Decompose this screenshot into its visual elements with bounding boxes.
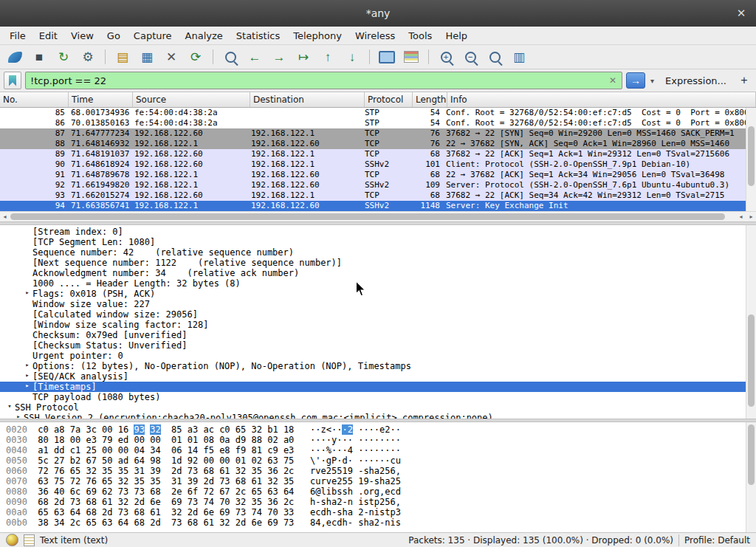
hex-byte[interactable]: 92: [188, 455, 198, 466]
ascii-char[interactable]: ·: [348, 435, 353, 445]
ascii-char[interactable]: -: [342, 497, 347, 507]
ascii-char[interactable]: ·: [374, 445, 379, 455]
hex-byte[interactable]: 64: [134, 455, 144, 466]
ascii-char[interactable]: ·: [369, 435, 374, 445]
hex-byte[interactable]: 65: [236, 424, 246, 435]
hex-row-00a0[interactable]: 00a0 65 63 64 68 2d 73 68 61 32 2d 6e 69…: [6, 507, 746, 517]
hex-byte[interactable]: 18: [54, 435, 64, 445]
hex-byte[interactable]: 68: [38, 497, 48, 507]
hex-byte[interactable]: 7a: [70, 424, 80, 435]
packet-row-89[interactable]: 8971.648191037192.168.122.60192.168.122.…: [0, 149, 746, 159]
hex-byte[interactable]: 50: [102, 455, 112, 466]
ascii-char[interactable]: 2: [374, 517, 379, 528]
ascii-char[interactable]: ·: [391, 424, 396, 435]
hex-byte[interactable]: c9: [267, 445, 278, 455]
hex-byte[interactable]: 68: [134, 507, 144, 517]
hex-byte[interactable]: 63: [267, 486, 278, 497]
hex-byte[interactable]: 2d: [203, 476, 213, 486]
hex-byte[interactable]: 64: [118, 517, 128, 528]
hex-byte[interactable]: 74: [252, 507, 262, 517]
detail-line[interactable]: ▸[SEQ/ACK analysis]: [0, 371, 746, 382]
hex-byte[interactable]: 35: [252, 497, 262, 507]
hex-byte[interactable]: 65: [38, 507, 48, 517]
filter-clear-button[interactable]: ✕: [607, 75, 619, 86]
hex-byte[interactable]: 75: [284, 455, 294, 466]
ascii-char[interactable]: h: [342, 507, 347, 517]
menu-item-capture[interactable]: Capture: [127, 28, 179, 44]
hex-byte[interactable]: 33: [284, 507, 294, 517]
hex-byte[interactable]: 00: [203, 455, 213, 466]
start-capture-button[interactable]: [4, 47, 26, 66]
menu-item-analyze[interactable]: Analyze: [179, 28, 230, 44]
ascii-char[interactable]: ·: [321, 435, 326, 445]
detail-line[interactable]: ▸SSH Version 2 (encryption:chacha20-poly…: [0, 413, 746, 419]
capture-comment-icon[interactable]: [24, 534, 35, 546]
save-file-button[interactable]: ▦: [136, 47, 158, 66]
detail-line[interactable]: [Stream index: 0]: [0, 227, 746, 237]
detail-line[interactable]: Checksum: 0x79ed [unverified]: [0, 330, 746, 340]
ascii-char[interactable]: g: [374, 486, 379, 497]
column-header-info[interactable]: Info: [447, 92, 756, 107]
hex-byte[interactable]: 68: [236, 476, 246, 486]
ascii-char[interactable]: ·: [391, 435, 396, 445]
hex-row-0080[interactable]: 0080 36 40 6c 69 62 73 73 68 2e 6f 72 67…: [6, 486, 746, 497]
ascii-char[interactable]: h: [342, 517, 347, 528]
hex-byte[interactable]: 14: [188, 445, 198, 455]
hex-byte[interactable]: 01: [236, 455, 246, 466]
detail-line[interactable]: ▸[Timestamps]: [0, 382, 746, 392]
hex-byte[interactable]: 00: [150, 435, 160, 445]
packet-row-94[interactable]: 9471.663856741192.168.122.1192.168.122.6…: [0, 201, 746, 211]
ascii-char[interactable]: ·: [363, 435, 368, 445]
ascii-char[interactable]: ·: [326, 435, 331, 445]
scroll-left-icon[interactable]: ◂: [736, 213, 746, 220]
hex-byte[interactable]: 00: [118, 445, 128, 455]
ascii-char[interactable]: 3: [396, 507, 401, 517]
expression-link[interactable]: Expression...: [659, 75, 732, 86]
ascii-char[interactable]: v: [326, 476, 331, 486]
hex-byte[interactable]: a0: [284, 435, 294, 445]
ascii-char[interactable]: s: [363, 466, 368, 476]
ascii-char[interactable]: ·: [348, 455, 353, 466]
hex-byte[interactable]: 25: [86, 445, 96, 455]
detail-line[interactable]: [Window size scaling factor: 128]: [0, 320, 746, 330]
ascii-char[interactable]: ·: [369, 445, 374, 455]
detail-line[interactable]: [TCP Segment Len: 1080]: [0, 237, 746, 247]
hex-byte[interactable]: 70: [267, 507, 278, 517]
packet-row-88[interactable]: 8871.648146932192.168.122.1192.168.122.6…: [0, 139, 746, 149]
ascii-char[interactable]: a: [348, 507, 353, 517]
hex-byte[interactable]: 35: [118, 466, 128, 476]
expand-arrow-icon[interactable]: ▸: [22, 382, 32, 392]
expert-info-icon[interactable]: [6, 534, 18, 546]
hex-byte[interactable]: 18: [284, 424, 294, 435]
hex-byte[interactable]: 73: [134, 486, 144, 497]
hex-byte[interactable]: 65: [86, 517, 96, 528]
hex-byte[interactable]: 02: [267, 435, 278, 445]
column-header-protocol[interactable]: Protocol: [365, 92, 413, 107]
ascii-char[interactable]: ·: [363, 455, 368, 466]
ascii-char[interactable]: ·: [321, 445, 326, 455]
filter-dropdown-button[interactable]: ▾: [649, 77, 656, 85]
ascii-char[interactable]: -: [348, 517, 353, 528]
column-header-time[interactable]: Time: [69, 92, 133, 107]
menu-item-edit[interactable]: Edit: [32, 28, 64, 44]
hex-byte[interactable]: 5c: [38, 455, 48, 466]
hex-byte[interactable]: 98: [150, 455, 160, 466]
hex-byte[interactable]: 72: [203, 486, 213, 497]
ascii-char[interactable]: i: [374, 507, 379, 517]
ascii-char[interactable]: -: [369, 476, 374, 486]
ascii-char[interactable]: 4: [315, 517, 320, 528]
column-header-destination[interactable]: Destination: [250, 92, 365, 107]
menu-item-wireless[interactable]: Wireless: [348, 28, 402, 44]
ascii-char[interactable]: a: [385, 476, 390, 486]
hex-byte[interactable]: 36: [267, 497, 278, 507]
hex-byte[interactable]: 79: [102, 435, 112, 445]
hex-byte[interactable]: 61: [203, 517, 213, 528]
ascii-char[interactable]: 1: [342, 466, 347, 476]
menu-item-help[interactable]: Help: [439, 28, 474, 44]
detail-line[interactable]: Window size value: 227: [0, 299, 746, 309]
ascii-char[interactable]: s: [363, 497, 368, 507]
detail-line[interactable]: [Next sequence number: 1122 (relative se…: [0, 258, 746, 268]
hex-byte[interactable]: 65: [252, 486, 262, 497]
scroll-left-icon[interactable]: ◂: [0, 213, 10, 220]
hex-byte[interactable]: 63: [102, 517, 112, 528]
